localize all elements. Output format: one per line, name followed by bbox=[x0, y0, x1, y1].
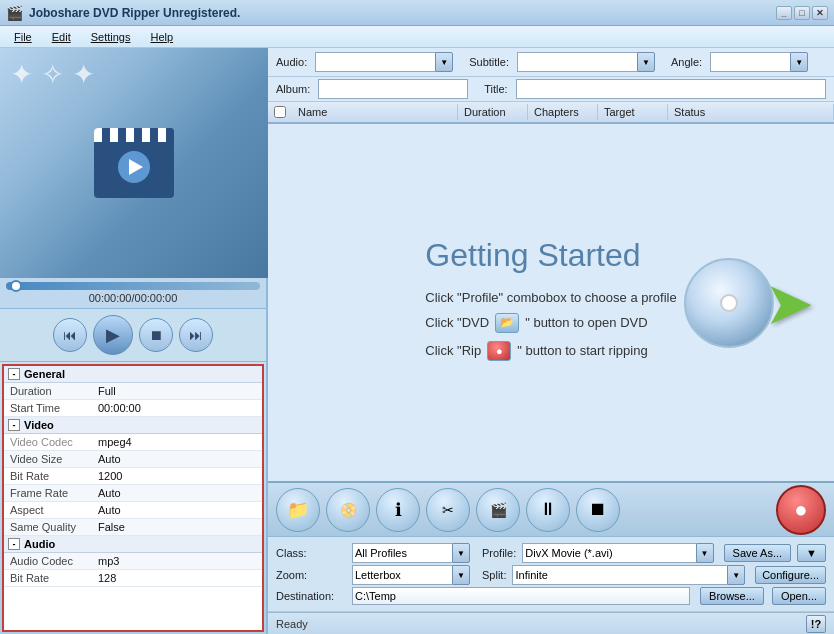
browse-button[interactable]: Browse... bbox=[700, 587, 764, 605]
fast-forward-button[interactable]: ⏭ bbox=[179, 318, 213, 352]
profile-select[interactable] bbox=[522, 543, 695, 563]
subtitle-select[interactable] bbox=[517, 52, 637, 72]
play-triangle-icon bbox=[129, 159, 143, 175]
effect-button[interactable]: 🎬 bbox=[476, 488, 520, 532]
profile-dropdown-arrow[interactable]: ▼ bbox=[696, 543, 714, 563]
app-title: Joboshare DVD Ripper Unregistered. bbox=[29, 6, 240, 20]
play-button[interactable]: ▶ bbox=[93, 315, 133, 355]
stop-button[interactable]: ⏹ bbox=[139, 318, 173, 352]
destination-label: Destination: bbox=[276, 590, 346, 602]
gs-step-2: Click "DVD 📂 " button to open DVD bbox=[425, 313, 676, 333]
general-section-header[interactable]: - General bbox=[4, 366, 262, 383]
audio-section-header[interactable]: - Audio bbox=[4, 536, 262, 553]
gs-step-3: Click "Rip ● " button to start ripping bbox=[425, 341, 676, 361]
time-display: 00:00:00/00:00:00 bbox=[6, 290, 260, 306]
split-select[interactable] bbox=[512, 565, 727, 585]
destination-input[interactable] bbox=[352, 587, 690, 605]
th-chapters: Chapters bbox=[528, 104, 598, 120]
prop-video-codec: Video Codec mpeg4 bbox=[4, 434, 262, 451]
video-toggle[interactable]: - bbox=[8, 419, 20, 431]
audio-dropdown-arrow[interactable]: ▼ bbox=[435, 52, 453, 72]
minimize-button[interactable]: _ bbox=[776, 6, 792, 20]
cut-button[interactable]: ✂ bbox=[426, 488, 470, 532]
angle-select[interactable] bbox=[710, 52, 790, 72]
th-checkbox bbox=[268, 106, 292, 118]
zoom-select[interactable] bbox=[352, 565, 452, 585]
close-button[interactable]: ✕ bbox=[812, 6, 828, 20]
th-status: Status bbox=[668, 104, 834, 120]
seek-track[interactable] bbox=[6, 282, 260, 290]
frame-rate-label: Frame Rate bbox=[4, 485, 94, 501]
bit-rate-label: Bit Rate bbox=[4, 468, 94, 484]
prop-audio-codec: Audio Codec mp3 bbox=[4, 553, 262, 570]
preview-area: ✦ ✧ ✦ bbox=[0, 48, 268, 278]
zoom-dropdown-arrow[interactable]: ▼ bbox=[452, 565, 470, 585]
save-as-arrow-button[interactable]: ▼ bbox=[797, 544, 826, 562]
save-as-button[interactable]: Save As... bbox=[724, 544, 792, 562]
menu-edit[interactable]: Edit bbox=[42, 29, 81, 45]
audio-select[interactable] bbox=[315, 52, 435, 72]
seek-thumb[interactable] bbox=[10, 280, 22, 292]
help-button[interactable]: !? bbox=[806, 615, 826, 633]
zoom-select-wrapper: ▼ bbox=[352, 565, 470, 585]
angle-dropdown-arrow[interactable]: ▼ bbox=[790, 52, 808, 72]
album-input[interactable] bbox=[318, 79, 468, 99]
seek-bar-area[interactable]: 00:00:00/00:00:00 bbox=[0, 278, 266, 309]
audio-codec-label: Audio Codec bbox=[4, 553, 94, 569]
content-area: Getting Started Click "Profile" combobox… bbox=[268, 124, 834, 481]
subtitle-ctrl-label: Subtitle: bbox=[469, 56, 509, 68]
maximize-button[interactable]: □ bbox=[794, 6, 810, 20]
audio-codec-value: mp3 bbox=[94, 553, 262, 569]
stop-all-button[interactable]: ⏹ bbox=[576, 488, 620, 532]
dvd-art: ➤ bbox=[684, 258, 814, 348]
open-button[interactable]: Open... bbox=[772, 587, 826, 605]
video-section-header[interactable]: - Video bbox=[4, 417, 262, 434]
audio-bit-rate-label: Bit Rate bbox=[4, 570, 94, 586]
prop-start-time: Start Time 00:00:00 bbox=[4, 400, 262, 417]
sparkles-decoration: ✦ ✧ ✦ bbox=[10, 58, 95, 91]
gs-step-1: Click "Profile" combobox to choose a pro… bbox=[425, 290, 676, 305]
open-dvd-button[interactable]: 📀 bbox=[326, 488, 370, 532]
same-quality-value: False bbox=[94, 519, 262, 535]
audio-ctrl-label: Audio: bbox=[276, 56, 307, 68]
title-input[interactable] bbox=[516, 79, 826, 99]
menu-help[interactable]: Help bbox=[140, 29, 183, 45]
menu-settings[interactable]: Settings bbox=[81, 29, 141, 45]
settings-row-zoom: Zoom: ▼ Split: ▼ Configure... bbox=[276, 565, 826, 585]
pause-button[interactable]: ⏸ bbox=[526, 488, 570, 532]
open-folder-button[interactable]: 📁 bbox=[276, 488, 320, 532]
title-bar: 🎬 Joboshare DVD Ripper Unregistered. _ □… bbox=[0, 0, 834, 26]
select-all-checkbox[interactable] bbox=[274, 106, 286, 118]
aspect-value: Auto bbox=[94, 502, 262, 518]
zoom-label: Zoom: bbox=[276, 569, 346, 581]
split-dropdown-arrow[interactable]: ▼ bbox=[727, 565, 745, 585]
prop-frame-rate: Frame Rate Auto bbox=[4, 485, 262, 502]
subtitle-dropdown-arrow[interactable]: ▼ bbox=[637, 52, 655, 72]
menu-file[interactable]: File bbox=[4, 29, 42, 45]
duration-value: Full bbox=[94, 383, 262, 399]
start-time-label: Start Time bbox=[4, 400, 94, 416]
gs-step3-prefix: Click "Rip bbox=[425, 343, 481, 358]
rip-button[interactable]: ● bbox=[776, 485, 826, 535]
configure-button[interactable]: Configure... bbox=[755, 566, 826, 584]
profile-select-wrapper: ▼ bbox=[522, 543, 713, 563]
bit-rate-value: 1200 bbox=[94, 468, 262, 484]
aspect-label: Aspect bbox=[4, 502, 94, 518]
class-dropdown-arrow[interactable]: ▼ bbox=[452, 543, 470, 563]
th-duration: Duration bbox=[458, 104, 528, 120]
th-target: Target bbox=[598, 104, 668, 120]
menu-bar: File Edit Settings Help bbox=[0, 26, 834, 48]
class-select[interactable] bbox=[352, 543, 452, 563]
main-content: ✦ ✧ ✦ 00:00:00/00:00:00 ⏮ ▶ ⏹ ⏭ - bbox=[0, 48, 834, 634]
general-label: General bbox=[24, 368, 65, 380]
properties-panel: - General Duration Full Start Time 00:00… bbox=[2, 364, 264, 632]
rewind-button[interactable]: ⏮ bbox=[53, 318, 87, 352]
title-ctrl-label: Title: bbox=[484, 83, 507, 95]
general-toggle[interactable]: - bbox=[8, 368, 20, 380]
info-button[interactable]: ℹ bbox=[376, 488, 420, 532]
album-ctrl-label: Album: bbox=[276, 83, 310, 95]
split-select-wrapper: ▼ bbox=[512, 565, 745, 585]
angle-select-wrapper: ▼ bbox=[710, 52, 808, 72]
audio-toggle[interactable]: - bbox=[8, 538, 20, 550]
same-quality-label: Same Quality bbox=[4, 519, 94, 535]
